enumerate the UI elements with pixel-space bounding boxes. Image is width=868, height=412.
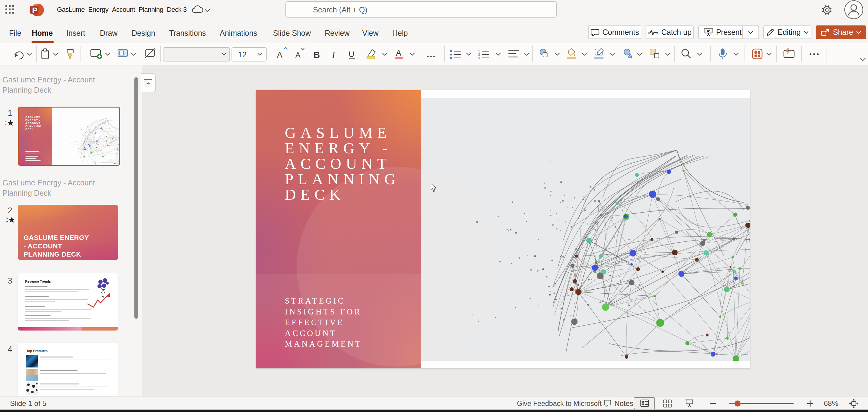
svg-text:I: I <box>332 50 335 60</box>
svg-text:3: 3 <box>478 56 480 60</box>
svg-text:U: U <box>349 50 354 59</box>
svg-text:A: A <box>277 50 283 60</box>
svg-text:12: 12 <box>238 50 247 59</box>
svg-text:A: A <box>296 51 301 59</box>
svg-text:A: A <box>396 49 401 58</box>
svg-text:B: B <box>314 50 320 60</box>
